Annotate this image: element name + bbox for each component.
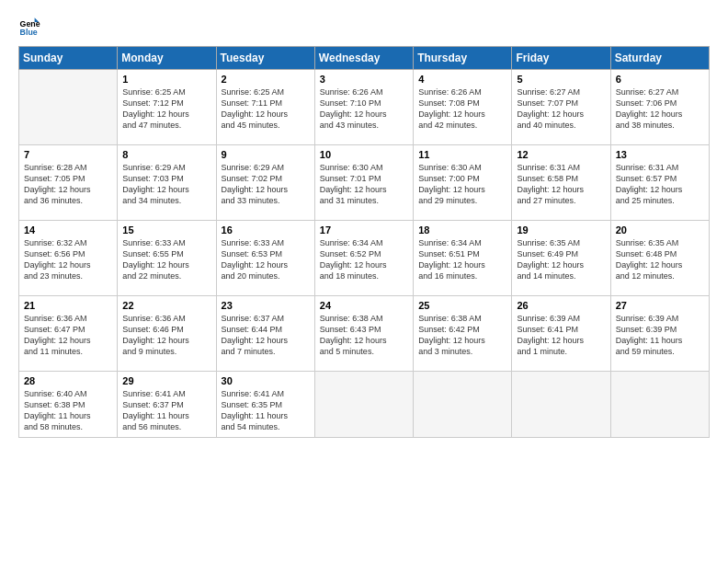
- svg-text:Blue: Blue: [20, 28, 38, 37]
- day-number: 22: [122, 300, 210, 311]
- day-number: 10: [320, 149, 408, 160]
- day-info: Sunrise: 6:27 AM Sunset: 7:06 PM Dayligh…: [616, 86, 704, 132]
- day-cell: 10Sunrise: 6:30 AM Sunset: 7:01 PM Dayli…: [314, 145, 413, 221]
- day-number: 11: [418, 149, 506, 160]
- day-cell: 23Sunrise: 6:37 AM Sunset: 6:44 PM Dayli…: [216, 296, 314, 372]
- day-number: 9: [222, 149, 310, 160]
- day-info: Sunrise: 6:26 AM Sunset: 7:10 PM Dayligh…: [320, 86, 408, 132]
- day-cell: 12Sunrise: 6:31 AM Sunset: 6:58 PM Dayli…: [512, 145, 610, 221]
- header-day-friday: Friday: [512, 47, 610, 70]
- day-cell: 4Sunrise: 6:26 AM Sunset: 7:08 PM Daylig…: [414, 70, 512, 145]
- day-cell: 7Sunrise: 6:28 AM Sunset: 7:05 PM Daylig…: [19, 145, 118, 221]
- header-day-thursday: Thursday: [414, 47, 512, 70]
- day-cell: 6Sunrise: 6:27 AM Sunset: 7:06 PM Daylig…: [610, 70, 709, 145]
- day-cell: 3Sunrise: 6:26 AM Sunset: 7:10 PM Daylig…: [314, 70, 413, 145]
- day-info: Sunrise: 6:41 AM Sunset: 6:35 PM Dayligh…: [222, 388, 310, 433]
- day-number: 27: [616, 300, 704, 311]
- day-number: 21: [24, 300, 112, 311]
- day-cell: 24Sunrise: 6:38 AM Sunset: 6:43 PM Dayli…: [314, 296, 413, 372]
- day-number: 5: [517, 74, 605, 85]
- week-row-3: 14Sunrise: 6:32 AM Sunset: 6:56 PM Dayli…: [19, 221, 710, 296]
- day-cell: 2Sunrise: 6:25 AM Sunset: 7:11 PM Daylig…: [216, 70, 314, 145]
- day-number: 28: [24, 375, 112, 386]
- day-info: Sunrise: 6:38 AM Sunset: 6:43 PM Dayligh…: [320, 313, 408, 358]
- day-cell: 13Sunrise: 6:31 AM Sunset: 6:57 PM Dayli…: [610, 145, 709, 221]
- day-info: Sunrise: 6:38 AM Sunset: 6:42 PM Dayligh…: [418, 313, 506, 358]
- day-cell: 14Sunrise: 6:32 AM Sunset: 6:56 PM Dayli…: [19, 221, 118, 296]
- day-info: Sunrise: 6:41 AM Sunset: 6:37 PM Dayligh…: [122, 388, 210, 433]
- calendar-table: SundayMondayTuesdayWednesdayThursdayFrid…: [18, 46, 710, 438]
- day-cell: [414, 372, 512, 438]
- day-cell: 28Sunrise: 6:40 AM Sunset: 6:38 PM Dayli…: [19, 372, 118, 438]
- week-row-4: 21Sunrise: 6:36 AM Sunset: 6:47 PM Dayli…: [19, 296, 710, 372]
- day-number: 26: [517, 300, 605, 311]
- week-row-5: 28Sunrise: 6:40 AM Sunset: 6:38 PM Dayli…: [19, 372, 710, 438]
- day-cell: 18Sunrise: 6:34 AM Sunset: 6:51 PM Dayli…: [414, 221, 512, 296]
- day-number: 24: [320, 300, 408, 311]
- day-number: 20: [616, 224, 704, 236]
- day-info: Sunrise: 6:33 AM Sunset: 6:55 PM Dayligh…: [122, 237, 210, 282]
- day-info: Sunrise: 6:26 AM Sunset: 7:08 PM Dayligh…: [418, 86, 506, 132]
- day-cell: 16Sunrise: 6:33 AM Sunset: 6:53 PM Dayli…: [216, 221, 314, 296]
- day-info: Sunrise: 6:34 AM Sunset: 6:51 PM Dayligh…: [418, 237, 506, 282]
- day-cell: 20Sunrise: 6:35 AM Sunset: 6:48 PM Dayli…: [610, 221, 709, 296]
- day-info: Sunrise: 6:35 AM Sunset: 6:48 PM Dayligh…: [616, 237, 704, 282]
- day-info: Sunrise: 6:25 AM Sunset: 7:11 PM Dayligh…: [222, 86, 310, 132]
- day-cell: 1Sunrise: 6:25 AM Sunset: 7:12 PM Daylig…: [118, 70, 216, 145]
- day-number: 15: [122, 224, 210, 236]
- day-number: 1: [122, 74, 210, 85]
- day-info: Sunrise: 6:29 AM Sunset: 7:02 PM Dayligh…: [222, 162, 310, 207]
- day-number: 2: [222, 74, 310, 85]
- day-cell: 25Sunrise: 6:38 AM Sunset: 6:42 PM Dayli…: [414, 296, 512, 372]
- day-number: 30: [222, 375, 310, 386]
- day-cell: [314, 372, 413, 438]
- day-number: 8: [122, 149, 210, 160]
- day-cell: 9Sunrise: 6:29 AM Sunset: 7:02 PM Daylig…: [216, 145, 314, 221]
- day-cell: 21Sunrise: 6:36 AM Sunset: 6:47 PM Dayli…: [19, 296, 118, 372]
- day-info: Sunrise: 6:31 AM Sunset: 6:57 PM Dayligh…: [616, 162, 704, 207]
- day-number: 3: [320, 74, 408, 85]
- day-info: Sunrise: 6:37 AM Sunset: 6:44 PM Dayligh…: [222, 313, 310, 358]
- day-cell: 15Sunrise: 6:33 AM Sunset: 6:55 PM Dayli…: [118, 221, 216, 296]
- day-info: Sunrise: 6:39 AM Sunset: 6:41 PM Dayligh…: [517, 313, 605, 358]
- day-info: Sunrise: 6:27 AM Sunset: 7:07 PM Dayligh…: [517, 86, 605, 132]
- day-info: Sunrise: 6:39 AM Sunset: 6:39 PM Dayligh…: [616, 313, 704, 358]
- day-cell: 30Sunrise: 6:41 AM Sunset: 6:35 PM Dayli…: [216, 372, 314, 438]
- day-cell: [19, 70, 118, 145]
- day-info: Sunrise: 6:36 AM Sunset: 6:46 PM Dayligh…: [122, 313, 210, 358]
- day-number: 16: [222, 224, 310, 236]
- day-cell: 22Sunrise: 6:36 AM Sunset: 6:46 PM Dayli…: [118, 296, 216, 372]
- day-number: 29: [122, 375, 210, 386]
- day-info: Sunrise: 6:31 AM Sunset: 6:58 PM Dayligh…: [517, 162, 605, 207]
- day-number: 17: [320, 224, 408, 236]
- day-info: Sunrise: 6:34 AM Sunset: 6:52 PM Dayligh…: [320, 237, 408, 282]
- day-info: Sunrise: 6:35 AM Sunset: 6:49 PM Dayligh…: [517, 237, 605, 282]
- week-row-1: 1Sunrise: 6:25 AM Sunset: 7:12 PM Daylig…: [19, 70, 710, 145]
- day-info: Sunrise: 6:30 AM Sunset: 7:01 PM Dayligh…: [320, 162, 408, 207]
- day-cell: [610, 372, 709, 438]
- header-day-sunday: Sunday: [19, 47, 118, 70]
- day-info: Sunrise: 6:30 AM Sunset: 7:00 PM Dayligh…: [418, 162, 506, 207]
- day-cell: 29Sunrise: 6:41 AM Sunset: 6:37 PM Dayli…: [118, 372, 216, 438]
- day-cell: 11Sunrise: 6:30 AM Sunset: 7:00 PM Dayli…: [414, 145, 512, 221]
- logo: General Blue: [18, 15, 44, 37]
- day-info: Sunrise: 6:29 AM Sunset: 7:03 PM Dayligh…: [122, 162, 210, 207]
- day-info: Sunrise: 6:25 AM Sunset: 7:12 PM Dayligh…: [122, 86, 210, 132]
- day-cell: 5Sunrise: 6:27 AM Sunset: 7:07 PM Daylig…: [512, 70, 610, 145]
- header-day-wednesday: Wednesday: [314, 47, 413, 70]
- day-number: 23: [222, 300, 310, 311]
- day-number: 13: [616, 149, 704, 160]
- day-number: 6: [616, 74, 704, 85]
- day-number: 4: [418, 74, 506, 85]
- header-day-monday: Monday: [118, 47, 216, 70]
- day-number: 18: [418, 224, 506, 236]
- day-number: 25: [418, 300, 506, 311]
- header-day-tuesday: Tuesday: [216, 47, 314, 70]
- day-info: Sunrise: 6:32 AM Sunset: 6:56 PM Dayligh…: [24, 237, 112, 282]
- day-number: 14: [24, 224, 112, 236]
- day-number: 19: [517, 224, 605, 236]
- day-cell: 26Sunrise: 6:39 AM Sunset: 6:41 PM Dayli…: [512, 296, 610, 372]
- day-cell: 27Sunrise: 6:39 AM Sunset: 6:39 PM Dayli…: [610, 296, 709, 372]
- header-day-saturday: Saturday: [610, 47, 709, 70]
- day-info: Sunrise: 6:36 AM Sunset: 6:47 PM Dayligh…: [24, 313, 112, 358]
